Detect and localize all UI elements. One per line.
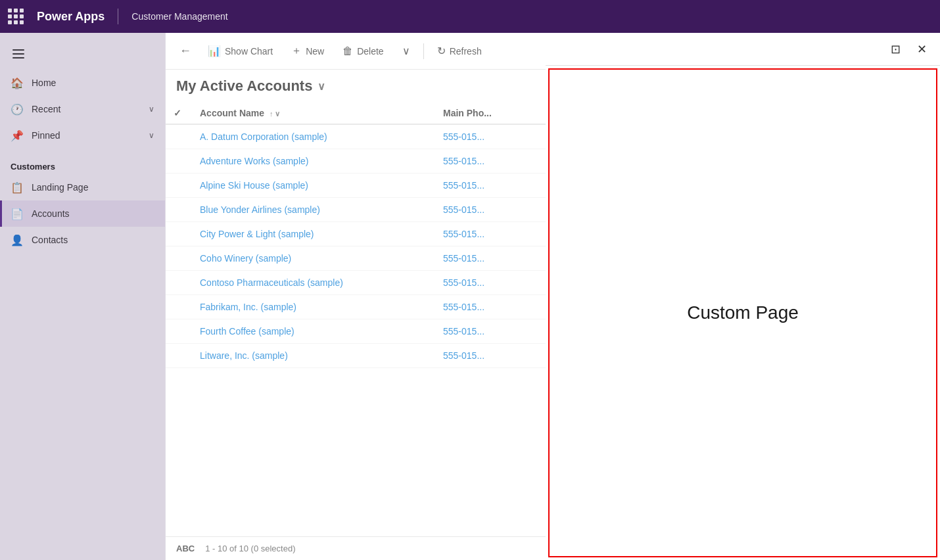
row-account-name[interactable]: Alpine Ski House (sample) <box>192 174 435 198</box>
refresh-label: Refresh <box>450 46 482 57</box>
row-account-name[interactable]: Litware, Inc. (sample) <box>192 344 435 368</box>
table-row[interactable]: Adventure Works (sample) 555-015... <box>166 149 546 174</box>
delete-label: Delete <box>357 46 383 57</box>
row-phone: 555-015... <box>435 319 546 344</box>
row-account-name[interactable]: Coho Winery (sample) <box>192 246 435 271</box>
refresh-button[interactable]: ↻ Refresh <box>429 41 490 61</box>
table-row[interactable]: Coho Winery (sample) 555-015... <box>166 246 546 271</box>
hamburger-icon <box>12 49 24 58</box>
top-header: Power Apps Customer Management <box>0 0 940 33</box>
sort-icons[interactable]: ↑ ∨ <box>270 110 281 118</box>
recent-icon: 🕐 <box>11 103 24 116</box>
panel-content: Custom Page <box>548 68 937 557</box>
app-title: Power Apps <box>37 10 105 24</box>
row-check[interactable] <box>166 319 192 344</box>
row-check[interactable] <box>166 344 192 368</box>
list-title: My Active Accounts ∨ <box>176 78 325 95</box>
check-icon: ✓ <box>174 108 181 118</box>
hamburger-button[interactable] <box>5 41 32 67</box>
center-content: ← 📊 Show Chart ＋ New 🗑 Delete ∨ ↻ Refres… <box>166 33 546 560</box>
delete-icon: 🗑 <box>342 45 353 57</box>
sidebar-item-recent[interactable]: 🕐 Recent ∨ <box>0 96 165 122</box>
sidebar-item-label: Landing Page <box>32 182 154 193</box>
main-content: 🏠 Home 🕐 Recent ∨ 📌 Pinned ∨ Customers 📋… <box>0 33 940 560</box>
header-separator <box>118 9 118 24</box>
toolbar-separator <box>423 43 424 59</box>
row-account-name[interactable]: Fourth Coffee (sample) <box>192 319 435 344</box>
table-row[interactable]: Fourth Coffee (sample) 555-015... <box>166 319 546 344</box>
row-check[interactable] <box>166 222 192 246</box>
chevron-down-icon: ∨ <box>149 131 154 140</box>
row-phone: 555-015... <box>435 174 546 198</box>
landing-page-icon: 📋 <box>11 181 24 194</box>
table-row[interactable]: A. Datum Corporation (sample) 555-015... <box>166 124 546 149</box>
accounts-icon: 📄 <box>11 207 24 220</box>
sidebar-item-landing-page[interactable]: 📋 Landing Page <box>0 174 165 200</box>
close-button[interactable]: ✕ <box>911 39 932 60</box>
row-check[interactable] <box>166 198 192 222</box>
row-phone: 555-015... <box>435 271 546 295</box>
table-row[interactable]: Fabrikam, Inc. (sample) 555-015... <box>166 295 546 319</box>
sidebar-item-home[interactable]: 🏠 Home <box>0 70 165 96</box>
section-label: Customers <box>0 154 165 174</box>
app-subtitle: Customer Management <box>131 11 227 22</box>
row-account-name[interactable]: Fabrikam, Inc. (sample) <box>192 295 435 319</box>
back-button[interactable]: ← <box>174 39 197 63</box>
expand-icon: ⊡ <box>891 42 901 57</box>
close-icon: ✕ <box>917 42 927 57</box>
show-chart-label: Show Chart <box>225 46 273 57</box>
table-row[interactable]: Blue Yonder Airlines (sample) 555-015... <box>166 198 546 222</box>
row-check[interactable] <box>166 271 192 295</box>
chevron-down-icon: ∨ <box>149 105 154 114</box>
row-check[interactable] <box>166 174 192 198</box>
right-panel: ⊡ ✕ Custom Page <box>546 33 940 560</box>
row-account-name[interactable]: City Power & Light (sample) <box>192 222 435 246</box>
sidebar-item-accounts[interactable]: 📄 Accounts <box>0 200 165 227</box>
show-chart-button[interactable]: 📊 Show Chart <box>200 41 281 61</box>
th-check: ✓ <box>166 103 192 124</box>
row-check[interactable] <box>166 295 192 319</box>
footer-abc: ABC <box>176 544 195 553</box>
row-account-name[interactable]: Contoso Pharmaceuticals (sample) <box>192 271 435 295</box>
table-row[interactable]: City Power & Light (sample) 555-015... <box>166 222 546 246</box>
table-row[interactable]: Contoso Pharmaceuticals (sample) 555-015… <box>166 271 546 295</box>
row-account-name[interactable]: A. Datum Corporation (sample) <box>192 124 435 149</box>
sidebar-item-label: Recent <box>32 104 141 114</box>
row-check[interactable] <box>166 124 192 149</box>
row-phone: 555-015... <box>435 222 546 246</box>
dropdown-button[interactable]: ∨ <box>394 41 418 61</box>
home-icon: 🏠 <box>11 76 24 89</box>
sidebar-item-label: Pinned <box>32 130 141 141</box>
row-check[interactable] <box>166 246 192 271</box>
row-account-name[interactable]: Adventure Works (sample) <box>192 149 435 174</box>
table-row[interactable]: Alpine Ski House (sample) 555-015... <box>166 174 546 198</box>
delete-button[interactable]: 🗑 Delete <box>335 41 391 61</box>
row-check[interactable] <box>166 149 192 174</box>
table-container: ✓ Account Name ↑ ∨ Main Pho... A. Datum … <box>166 103 546 536</box>
expand-button[interactable]: ⊡ <box>885 39 906 60</box>
sidebar: 🏠 Home 🕐 Recent ∨ 📌 Pinned ∨ Customers 📋… <box>0 33 166 560</box>
table-header-row: ✓ Account Name ↑ ∨ Main Pho... <box>166 103 546 124</box>
chart-icon: 📊 <box>208 45 221 57</box>
sidebar-item-contacts[interactable]: 👤 Contacts <box>0 227 165 253</box>
new-label: New <box>306 46 324 57</box>
toolbar: ← 📊 Show Chart ＋ New 🗑 Delete ∨ ↻ Refres… <box>166 33 546 70</box>
chevron-down-icon: ∨ <box>402 45 410 57</box>
custom-page-label: Custom Page <box>687 302 799 323</box>
panel-topbar: ⊡ ✕ <box>546 33 940 66</box>
th-main-phone[interactable]: Main Pho... <box>435 103 546 124</box>
apps-grid-icon[interactable] <box>8 9 24 24</box>
table-row[interactable]: Litware, Inc. (sample) 555-015... <box>166 344 546 368</box>
contacts-icon: 👤 <box>11 233 24 246</box>
list-header: My Active Accounts ∨ <box>166 70 546 103</box>
sidebar-item-pinned[interactable]: 📌 Pinned ∨ <box>0 122 165 149</box>
table-body: A. Datum Corporation (sample) 555-015...… <box>166 124 546 368</box>
sidebar-item-label: Accounts <box>32 208 154 219</box>
sidebar-top: 🏠 Home 🕐 Recent ∨ 📌 Pinned ∨ <box>0 33 165 154</box>
th-account-name[interactable]: Account Name ↑ ∨ <box>192 103 435 124</box>
row-account-name[interactable]: Blue Yonder Airlines (sample) <box>192 198 435 222</box>
chevron-down-icon[interactable]: ∨ <box>317 80 325 93</box>
new-button[interactable]: ＋ New <box>283 40 332 62</box>
row-phone: 555-015... <box>435 198 546 222</box>
footer-count: 1 - 10 of 10 (0 selected) <box>205 544 295 553</box>
